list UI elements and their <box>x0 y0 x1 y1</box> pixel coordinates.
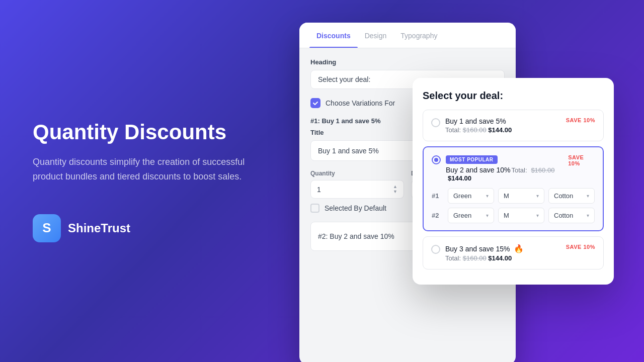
tab-design[interactable]: Design <box>358 23 394 48</box>
flame-icon: 🔥 <box>514 244 524 253</box>
deal-option-2-save-badge: SAVE 10% <box>568 154 595 166</box>
deal-option-1[interactable]: Buy 1 and save 5% Total: $160.00 $144.00… <box>423 110 604 141</box>
main-title: Quantity Discounts <box>33 120 254 145</box>
tab-discounts[interactable]: Discounts <box>309 23 358 48</box>
chevron-down-icon: ▾ <box>587 193 589 199</box>
choose-variations-label: Choose Variations For <box>326 99 395 107</box>
main-description: Quantity discounts simplify the creation… <box>33 155 254 184</box>
deal-option-3[interactable]: Buy 3 and save 15% 🔥 Total: $160.00 $144… <box>423 236 604 269</box>
deal-option-1-label: Buy 1 and save 5% <box>445 117 512 125</box>
deal-option-3-info: Buy 3 and save 15% 🔥 Total: $160.00 $144… <box>445 244 524 262</box>
variation-row-2: #2 Green ▾ M ▾ Cotton ▾ <box>432 208 595 223</box>
chevron-down-icon: ▾ <box>536 193 539 199</box>
heading-label: Heading <box>310 58 505 66</box>
deal-option-3-label: Buy 3 and save 15% 🔥 <box>445 244 524 253</box>
deal-option-3-radio[interactable] <box>431 245 440 254</box>
deal-option-2[interactable]: MOST POPULAR Buy 2 and save 10%Total: $1… <box>423 146 604 231</box>
floating-card-title: Select your deal: <box>423 90 604 102</box>
deal-option-3-header: Buy 3 and save 15% 🔥 Total: $160.00 $144… <box>431 244 595 262</box>
deal2-label: #2: Buy 2 and save 10% <box>318 232 394 240</box>
tabs: Discounts Design Typography <box>299 23 516 48</box>
brand-name: ShineTrust <box>68 221 130 235</box>
variation-2-size[interactable]: M ▾ <box>498 208 544 223</box>
quantity-col: Quantity 1 ▲ ▼ <box>310 170 404 199</box>
variation-rows: #1 Green ▾ M ▾ Cotton ▾ #2 Green ▾ <box>432 188 595 223</box>
selected-by-default-label: Selected By Default <box>325 204 386 212</box>
deal-option-3-total: Total: $160.00 $144.00 <box>445 254 524 262</box>
chevron-down-icon: ▾ <box>587 213 589 218</box>
deal-option-1-total: Total: $160.00 $144.00 <box>445 126 512 134</box>
deal-option-2-left: MOST POPULAR Buy 2 and save 10%Total: $1… <box>432 154 568 182</box>
deal-option-1-radio[interactable] <box>431 118 440 127</box>
brand-logo: S <box>33 214 61 242</box>
most-popular-badge: MOST POPULAR <box>446 155 498 164</box>
deal-option-1-left: Buy 1 and save 5% Total: $160.00 $144.00 <box>431 117 512 134</box>
quantity-stepper[interactable]: 1 ▲ ▼ <box>310 180 404 199</box>
variation-1-color[interactable]: Green ▾ <box>448 188 494 204</box>
deal-option-3-left: Buy 3 and save 15% 🔥 Total: $160.00 $144… <box>431 244 524 262</box>
variation-2-material[interactable]: Cotton ▾ <box>548 208 595 223</box>
deal-option-2-header: MOST POPULAR Buy 2 and save 10%Total: $1… <box>432 154 595 182</box>
deal-option-1-info: Buy 1 and save 5% Total: $160.00 $144.00 <box>445 117 512 134</box>
deal-option-3-save-badge: SAVE 10% <box>566 244 595 250</box>
variation-1-size[interactable]: M ▾ <box>498 188 544 204</box>
deal-option-1-header: Buy 1 and save 5% Total: $160.00 $144.00… <box>431 117 595 134</box>
deal-option-2-info: MOST POPULAR Buy 2 and save 10%Total: $1… <box>446 154 568 182</box>
variation-1-material[interactable]: Cotton ▾ <box>548 188 595 204</box>
chevron-down-icon: ▾ <box>486 193 489 199</box>
stepper-down[interactable]: ▼ <box>393 190 397 194</box>
left-panel: Quantity Discounts Quantity discounts si… <box>33 120 254 242</box>
chevron-down-icon: ▾ <box>486 213 489 218</box>
variation-row-1: #1 Green ▾ M ▾ Cotton ▾ <box>432 188 595 204</box>
selected-by-default-checkbox[interactable] <box>310 204 319 213</box>
choose-variations-checkbox[interactable] <box>310 98 320 108</box>
stepper-up[interactable]: ▲ <box>393 185 397 189</box>
brand: S ShineTrust <box>33 214 254 242</box>
stepper-buttons: ▲ ▼ <box>393 185 397 194</box>
tab-typography[interactable]: Typography <box>393 23 444 48</box>
variation-2-num: #2 <box>432 212 444 219</box>
variation-2-color[interactable]: Green ▾ <box>448 208 494 223</box>
deal-option-2-radio[interactable] <box>432 155 441 164</box>
floating-deal-card: Select your deal: Buy 1 and save 5% Tota… <box>413 78 614 285</box>
deal-option-1-save-badge: SAVE 10% <box>566 117 595 123</box>
quantity-header: Quantity <box>310 170 404 177</box>
deal-option-2-label: Buy 2 and save 10%Total: $160.00 $144.00 <box>446 166 568 182</box>
radio-inner <box>434 158 438 162</box>
variation-1-num: #1 <box>432 192 444 200</box>
chevron-down-icon: ▾ <box>536 213 539 218</box>
